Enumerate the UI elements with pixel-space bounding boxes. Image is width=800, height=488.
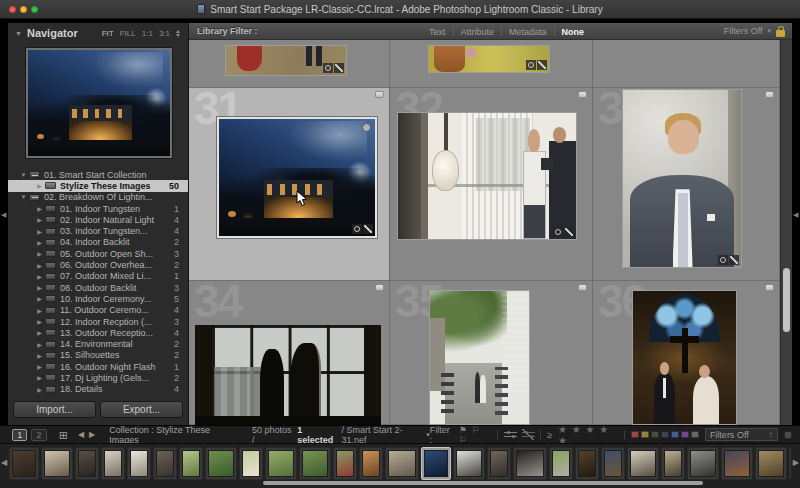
filmstrip-thumb[interactable] xyxy=(755,447,787,480)
filter-tab-metadata[interactable]: Metadata xyxy=(502,27,554,37)
filmstrip-thumb[interactable] xyxy=(101,447,125,480)
rating-operator[interactable]: ≥ xyxy=(547,430,552,440)
photo-thumbnail-33[interactable] xyxy=(622,89,742,268)
filmstrip-thumb[interactable] xyxy=(627,447,659,480)
navigator-header[interactable]: ▼ Navigator FITFILL1:13:1 xyxy=(8,23,188,43)
filmstrip-thumb[interactable] xyxy=(385,447,419,480)
filmstrip-scroll-right-icon[interactable]: ▶ xyxy=(793,458,799,467)
right-panel-collapse-strip[interactable]: ◀ xyxy=(792,23,800,425)
develop-badge-icon[interactable] xyxy=(537,60,547,70)
disclosure-triangle-icon[interactable]: ▶ xyxy=(34,307,45,314)
left-panel-collapse-strip[interactable]: ◀ xyxy=(0,23,8,425)
zoom-option-3-1[interactable]: 3:1 xyxy=(159,29,170,38)
collection-row[interactable]: ▶01. Indoor Tungsten1 xyxy=(8,203,188,214)
filmstrip-thumb[interactable] xyxy=(333,447,357,480)
collection-row[interactable]: ▶08. Outdoor Backlit3 xyxy=(8,282,188,293)
color-label-chip[interactable] xyxy=(661,431,669,438)
filmstrip-thumb[interactable] xyxy=(9,447,39,480)
disclosure-triangle-icon[interactable]: ▶ xyxy=(34,363,45,370)
unedited-filter-icon[interactable] xyxy=(522,430,534,439)
filmstrip-thumb[interactable] xyxy=(487,447,511,480)
collection-badge-icon[interactable] xyxy=(352,224,362,234)
filmstrip-thumb[interactable] xyxy=(549,447,573,480)
photo-thumbnail-29[interactable] xyxy=(428,45,550,73)
edited-filter-icon[interactable] xyxy=(504,430,516,439)
collection-row[interactable]: ▶10. Indoor Ceremony...5 xyxy=(8,293,188,304)
photo-thumbnail-36[interactable] xyxy=(632,290,737,425)
grid-scrollbar-thumb[interactable] xyxy=(783,268,790,332)
photo-thumbnail-28[interactable] xyxy=(225,45,347,76)
develop-badge-icon[interactable] xyxy=(564,227,574,237)
cell-flag-icon[interactable] xyxy=(578,284,587,291)
filmstrip-thumb[interactable] xyxy=(153,447,177,480)
photo-thumbnail-34[interactable] xyxy=(195,325,381,425)
collection-row[interactable]: ▶16. Outdoor Night Flash1 xyxy=(8,361,188,372)
next-photo-icon[interactable]: ▶ xyxy=(89,430,95,439)
filter-tab-attribute[interactable]: Attribute xyxy=(454,27,502,37)
disclosure-triangle-icon[interactable]: ▶ xyxy=(34,262,45,269)
cell-flag-icon[interactable] xyxy=(375,91,384,98)
collection-row[interactable]: ▶12. Indoor Recption (...3 xyxy=(8,316,188,327)
previous-photo-icon[interactable]: ◀ xyxy=(78,430,84,439)
disclosure-triangle-icon[interactable]: ▶ xyxy=(34,374,45,381)
navigator-preview[interactable] xyxy=(26,48,172,158)
filmstrip-thumb[interactable] xyxy=(239,447,263,480)
disclosure-triangle-icon[interactable]: ▼ xyxy=(18,194,29,200)
quick-collection-dot-icon[interactable] xyxy=(362,123,371,132)
secondary-view-button[interactable]: 2 xyxy=(31,429,46,441)
grid-cell-30[interactable] xyxy=(593,40,780,88)
filmstrip-thumb[interactable] xyxy=(127,447,151,480)
filter-preset-label[interactable]: Filters Off xyxy=(724,26,763,36)
color-label-chip[interactable] xyxy=(641,431,649,438)
color-label-chip[interactable] xyxy=(691,431,699,438)
disclosure-triangle-icon[interactable]: ▶ xyxy=(34,295,45,302)
filmstrip-thumb[interactable] xyxy=(687,447,719,480)
flag-unpicked-icon[interactable]: ⚐ xyxy=(471,425,479,435)
disclosure-triangle-icon[interactable]: ▶ xyxy=(34,182,45,189)
collection-row[interactable]: ▶14. Environmental2 xyxy=(8,338,188,349)
filmstrip-thumb[interactable] xyxy=(75,447,99,480)
cell-flag-icon[interactable] xyxy=(765,91,774,98)
filmstrip-thumb[interactable] xyxy=(205,447,237,480)
filmstrip-thumb[interactable] xyxy=(789,447,791,480)
collection-row[interactable]: ▶Stylize These Images50 xyxy=(8,180,188,191)
collection-row[interactable]: ▶17. Dj Lighting (Gels...2 xyxy=(8,372,188,383)
color-label-chip[interactable] xyxy=(681,431,689,438)
collection-row[interactable]: ▶05. Outdoor Open Sh...3 xyxy=(8,248,188,259)
filmstrip-thumb[interactable] xyxy=(359,447,383,480)
zoom-stepper-icon[interactable] xyxy=(176,30,181,37)
close-window-button[interactable] xyxy=(9,6,16,13)
filter-tab-text[interactable]: Text xyxy=(422,27,453,37)
collection-badge-icon[interactable] xyxy=(718,255,728,265)
zoom-option-fit[interactable]: FIT xyxy=(102,29,114,38)
filmstrip-thumb[interactable] xyxy=(601,447,625,480)
photo-thumbnail-32[interactable] xyxy=(397,112,577,240)
disclosure-triangle-icon[interactable]: ▶ xyxy=(34,341,45,348)
collection-row[interactable]: ▶03. Indoor Tungsten...4 xyxy=(8,225,188,236)
collection-row[interactable]: ▶07. Outdoor Mixed Li...1 xyxy=(8,271,188,282)
filmstrip-thumb[interactable] xyxy=(661,447,685,480)
disclosure-triangle-icon[interactable]: ▶ xyxy=(34,318,45,325)
collection-row[interactable]: ▶06. Outdoor Overhea...2 xyxy=(8,259,188,270)
primary-view-button[interactable]: 1 xyxy=(12,429,27,441)
filmstrip-thumb[interactable] xyxy=(453,447,485,480)
cell-flag-icon[interactable] xyxy=(578,91,587,98)
grid-scrollbar[interactable] xyxy=(780,40,792,425)
filmstrip-thumb[interactable] xyxy=(513,447,547,480)
minimize-window-button[interactable] xyxy=(20,6,27,13)
collection-row[interactable]: ▶15. Silhouettes2 xyxy=(8,350,188,361)
filmstrip-thumb[interactable] xyxy=(299,447,331,480)
disclosure-triangle-icon[interactable]: ▶ xyxy=(34,250,45,257)
export-button[interactable]: Export... xyxy=(100,401,183,418)
collection-row[interactable]: ▶13. Outdoor Receptio...4 xyxy=(8,327,188,338)
zoom-option-1-1[interactable]: 1:1 xyxy=(142,29,153,38)
filmstrip-thumb[interactable] xyxy=(41,447,73,480)
collection-badge-icon[interactable] xyxy=(526,60,536,70)
lock-icon[interactable] xyxy=(776,30,785,37)
disclosure-triangle-icon[interactable]: ▶ xyxy=(34,352,45,359)
collection-set-row[interactable]: ▼01. Smart Start Collection xyxy=(8,169,188,180)
collection-row[interactable]: ▶04. Indoor Backlit2 xyxy=(8,237,188,248)
grid-view-icon[interactable]: ⊞ xyxy=(59,430,68,440)
disclosure-triangle-icon[interactable]: ▶ xyxy=(34,284,45,291)
develop-badge-icon[interactable] xyxy=(363,224,373,234)
